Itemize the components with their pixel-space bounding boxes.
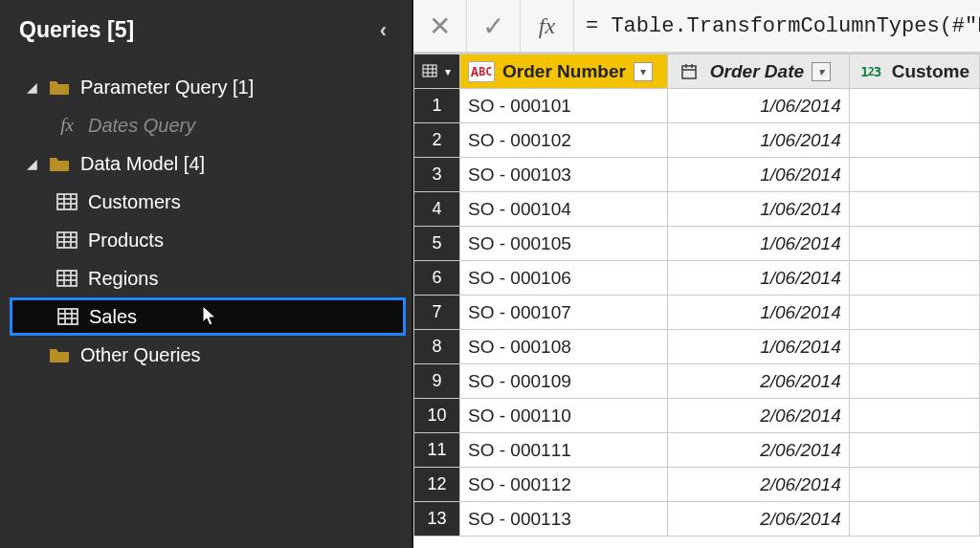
table-row[interactable]: 7SO - 0001071/06/2014 [414,296,980,330]
filter-dropdown-icon[interactable]: ▾ [812,62,831,81]
cell-customer[interactable] [849,123,979,158]
cell-order-number[interactable]: SO - 000111 [460,433,668,468]
cell-order-date[interactable]: 2/06/2014 [667,364,849,399]
cell-order-date[interactable]: 2/06/2014 [667,468,849,502]
svg-rect-15 [58,309,78,324]
cell-customer[interactable] [849,399,979,433]
cell-order-number[interactable]: SO - 000110 [460,399,668,433]
table-row[interactable]: 10SO - 0001102/06/2014 [414,399,980,433]
filter-dropdown-icon[interactable]: ▾ [634,62,653,81]
chevron-down-icon[interactable]: ◢ [27,156,42,171]
row-number[interactable]: 7 [414,296,460,330]
cell-order-date[interactable]: 1/06/2014 [667,296,849,330]
cell-customer[interactable] [849,89,979,123]
collapse-pane-icon[interactable]: ‹ [380,18,392,43]
row-header-corner[interactable]: ▾ [414,55,460,89]
table-row[interactable]: 12SO - 0001122/06/2014 [414,468,980,502]
dropdown-icon[interactable]: ▾ [445,65,451,78]
query-label: Sales [89,306,137,328]
cell-customer[interactable] [849,364,979,399]
row-number[interactable]: 1 [414,89,460,123]
table-row[interactable]: 2SO - 0001021/06/2014 [414,123,980,158]
table-row[interactable]: 8SO - 0001081/06/2014 [414,330,980,364]
folder-label: Other Queries [80,344,201,366]
table-row[interactable]: 5SO - 0001051/06/2014 [414,227,980,261]
cell-order-number[interactable]: SO - 000107 [460,296,668,330]
cell-order-number[interactable]: SO - 000109 [460,364,668,399]
column-header-order-number[interactable]: ABC Order Number ▾ [460,55,668,89]
svg-rect-10 [57,271,77,286]
row-number[interactable]: 10 [414,399,460,433]
text-type-icon: ABC [468,61,495,82]
cell-order-date[interactable]: 1/06/2014 [667,227,849,261]
row-number[interactable]: 9 [414,364,460,399]
query-products[interactable]: Products [0,221,412,259]
row-number[interactable]: 11 [414,433,460,468]
column-header-order-date[interactable]: Order Date ▾ [667,55,849,89]
cell-customer[interactable] [849,227,979,261]
cancel-formula-button[interactable]: ✕ [413,0,467,52]
cell-order-date[interactable]: 1/06/2014 [667,261,849,296]
query-dates-query[interactable]: fx Dates Query [0,106,412,144]
cell-order-date[interactable]: 1/06/2014 [667,330,849,364]
cell-customer[interactable] [849,261,979,296]
table-icon [54,193,80,210]
cell-order-number[interactable]: SO - 000112 [460,468,668,502]
column-header-customer[interactable]: 123 Custome [849,55,979,89]
query-label: Customers [88,191,181,213]
cell-customer[interactable] [849,468,979,502]
table-row[interactable]: 13SO - 0001132/06/2014 [414,502,980,537]
cell-order-date[interactable]: 1/06/2014 [667,123,849,158]
cell-customer[interactable] [849,192,979,227]
cell-order-number[interactable]: SO - 000105 [460,227,668,261]
row-number[interactable]: 8 [414,330,460,364]
query-label: Regions [88,268,158,290]
queries-pane-header: Queries [5] ‹ [0,0,412,62]
cell-customer[interactable] [849,296,979,330]
cell-order-number[interactable]: SO - 000113 [460,502,668,537]
cell-order-number[interactable]: SO - 000101 [460,89,668,123]
svg-rect-25 [682,66,696,78]
query-customers[interactable]: Customers [0,183,412,221]
cell-customer[interactable] [849,502,979,537]
cell-order-number[interactable]: SO - 000102 [460,123,668,158]
fx-icon[interactable]: fx [521,0,574,52]
row-number[interactable]: 5 [414,227,460,261]
chevron-down-icon[interactable]: ◢ [27,79,42,95]
row-number[interactable]: 3 [414,158,460,192]
folder-other-queries[interactable]: Other Queries [0,336,412,374]
cell-order-number[interactable]: SO - 000106 [460,261,668,296]
cell-order-date[interactable]: 1/06/2014 [667,89,849,123]
row-number[interactable]: 6 [414,261,460,296]
cell-order-date[interactable]: 1/06/2014 [667,158,849,192]
formula-bar: ✕ ✓ fx = Table.TransformColumnTypes(#"Pr… [413,0,980,54]
table-row[interactable]: 4SO - 0001041/06/2014 [414,192,980,227]
row-number[interactable]: 4 [414,192,460,227]
cell-order-date[interactable]: 2/06/2014 [667,502,849,537]
table-row[interactable]: 6SO - 0001061/06/2014 [414,261,980,296]
table-row[interactable]: 9SO - 0001092/06/2014 [414,364,980,399]
cell-customer[interactable] [849,330,979,364]
cell-order-number[interactable]: SO - 000103 [460,158,668,192]
query-label: Products [88,230,164,252]
table-row[interactable]: 3SO - 0001031/06/2014 [414,158,980,192]
row-number[interactable]: 12 [414,468,460,502]
folder-data-model[interactable]: ◢ Data Model [4] [0,144,412,183]
cell-order-number[interactable]: SO - 000104 [460,192,668,227]
svg-rect-0 [57,194,77,209]
table-row[interactable]: 1SO - 0001011/06/2014 [414,89,980,123]
table-row[interactable]: 11SO - 0001112/06/2014 [414,433,980,468]
query-sales[interactable]: Sales [10,297,406,336]
cell-order-number[interactable]: SO - 000108 [460,330,668,364]
formula-text[interactable]: = Table.TransformColumnTypes(#"Pro [574,14,980,38]
cell-order-date[interactable]: 1/06/2014 [667,192,849,227]
folder-parameter-query[interactable]: ◢ Parameter Query [1] [0,68,412,106]
cell-order-date[interactable]: 2/06/2014 [667,433,849,468]
cell-order-date[interactable]: 2/06/2014 [667,399,849,433]
cell-customer[interactable] [849,158,979,192]
row-number[interactable]: 2 [414,123,460,158]
query-regions[interactable]: Regions [0,259,412,297]
row-number[interactable]: 13 [414,502,460,537]
accept-formula-button[interactable]: ✓ [467,0,521,52]
cell-customer[interactable] [849,433,979,468]
